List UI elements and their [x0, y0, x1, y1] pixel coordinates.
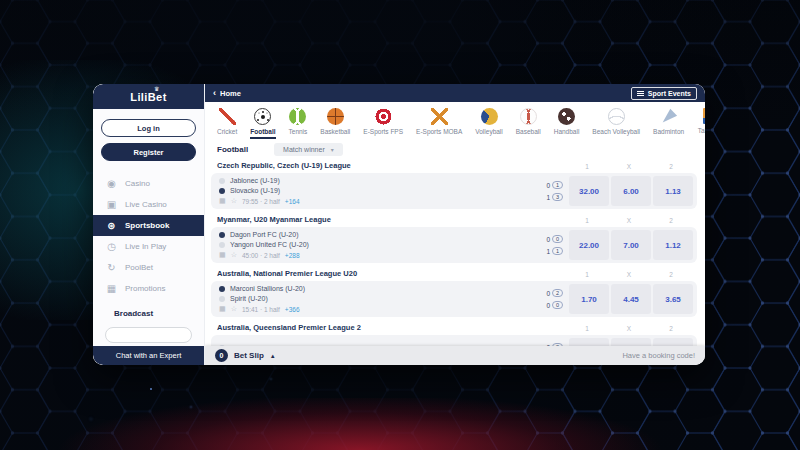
- sport-tab-baseball[interactable]: Baseball: [516, 108, 541, 137]
- sport-tab-table[interactable]: Table: [697, 108, 705, 136]
- match-time: 15:41 · 1 half: [242, 306, 280, 313]
- odds-button[interactable]: 7.00: [611, 230, 651, 260]
- team-away: Slovacko (U-19): [219, 186, 531, 196]
- teams-block: North BrisbaneBrisbane Knights: [219, 338, 531, 346]
- odds-button[interactable]: 1.12: [653, 230, 693, 260]
- team-name: Jablonec (U-19): [230, 177, 280, 184]
- favorite-star-icon[interactable]: ☆: [231, 305, 237, 313]
- odds-button[interactable]: 22.00: [569, 230, 609, 260]
- selected-sport-label: Football: [217, 145, 248, 154]
- odds-header-1: 1: [567, 217, 607, 224]
- score-value: 0: [546, 236, 550, 243]
- sport-tab-volleyball[interactable]: Volleyball: [475, 108, 502, 137]
- sport-tab-handball[interactable]: Handball: [554, 108, 580, 137]
- odds-button[interactable]: 3.65: [653, 284, 693, 314]
- chat-with-expert-button[interactable]: Chat with an Expert: [93, 346, 204, 365]
- match-time: 79:55 · 2 half: [242, 198, 280, 205]
- odds-button[interactable]: 1.70: [569, 284, 609, 314]
- sport-tab-tennis[interactable]: Tennis: [289, 108, 308, 137]
- sidebar-item-live-casino[interactable]: ▣Live Casino: [93, 194, 204, 215]
- odds-button[interactable]: 1.53: [569, 338, 609, 346]
- register-button[interactable]: Register: [101, 143, 196, 161]
- score-row: 00: [537, 300, 563, 310]
- betslip-bar: 0 Bet Slip ▲ Have a booking code!: [205, 346, 705, 365]
- odds-column-headers: 1X2: [567, 163, 691, 170]
- team-home: Marconi Stallions (U-20): [219, 284, 531, 294]
- odds-header-2: 2: [651, 217, 691, 224]
- sport-tab-label: Baseball: [516, 128, 541, 137]
- cards-icon: ▣: [106, 200, 117, 210]
- sport-tab-label: Football: [250, 128, 275, 139]
- odds-button[interactable]: 4.30: [611, 338, 651, 346]
- odds-button[interactable]: 1.13: [653, 176, 693, 206]
- match-meta: ▦☆79:55 · 2 half+164: [219, 196, 531, 206]
- sidebar-item-sportsbook[interactable]: ⊛Sportsbook: [93, 215, 204, 236]
- sport-tab-football[interactable]: Football: [250, 108, 275, 139]
- score-value: 1: [546, 194, 550, 201]
- team-logo-icon: [219, 232, 225, 238]
- sport-tab-cricket[interactable]: Cricket: [217, 108, 237, 137]
- tennis-icon: [289, 108, 306, 125]
- particle-dots: [150, 388, 152, 390]
- team-name: Yangon United FC (U-20): [230, 241, 309, 248]
- home-label: Home: [220, 89, 241, 98]
- broadcast-item-partial[interactable]: [105, 327, 192, 343]
- login-button[interactable]: Log in: [101, 119, 196, 137]
- sport-tab-badminton[interactable]: Badminton: [653, 108, 684, 137]
- score-value: 0: [546, 182, 550, 189]
- handball-icon: [558, 108, 575, 125]
- odds-button[interactable]: 4.90: [653, 338, 693, 346]
- betslip-toggle[interactable]: 0 Bet Slip ▲: [215, 349, 276, 362]
- sidebar-item-label: Live Casino: [125, 200, 167, 209]
- team-logo-icon: [219, 178, 225, 184]
- odds-button[interactable]: 32.00: [569, 176, 609, 206]
- stats-icon[interactable]: ▦: [219, 251, 226, 259]
- match-row: Jablonec (U-19)Slovacko (U-19)▦☆79:55 · …: [211, 173, 697, 209]
- sidebar-item-live-in-play[interactable]: ◷Live In Play: [93, 236, 204, 257]
- betslip-count-badge: 0: [215, 349, 228, 362]
- more-markets-link[interactable]: +164: [285, 198, 300, 205]
- sport-tab-basketball[interactable]: Basketball: [320, 108, 350, 137]
- sport-tab-beach[interactable]: Beach Volleyball: [592, 108, 640, 137]
- score-value: 0: [546, 302, 550, 309]
- match-list: Czech Republic, Czech (U-19) League1X2Ja…: [211, 155, 697, 346]
- table-icon: [703, 108, 705, 124]
- sport-events-label: Sport Events: [648, 90, 691, 97]
- league-name: Czech Republic, Czech (U-19) League: [217, 161, 351, 170]
- favorite-star-icon[interactable]: ☆: [231, 251, 237, 259]
- booking-code-link[interactable]: Have a booking code!: [622, 351, 695, 360]
- stats-icon[interactable]: ▦: [219, 197, 226, 205]
- odds-header-1: 1: [567, 325, 607, 332]
- lilibet-logo[interactable]: LiliBet ♛: [130, 91, 166, 103]
- team-name: Marconi Stallions (U-20): [230, 285, 305, 292]
- breadcrumb-home[interactable]: ‹ Home: [213, 89, 241, 98]
- sport-tab-fps[interactable]: E-Sports FPS: [363, 108, 403, 137]
- sport-tab-label: Tennis: [289, 128, 308, 137]
- match-row: Dagon Port FC (U-20)Yangon United FC (U-…: [211, 227, 697, 263]
- team-logo-icon: [219, 242, 225, 248]
- sidebar-item-casino[interactable]: ◉Casino: [93, 173, 204, 194]
- odds-button[interactable]: 4.45: [611, 284, 651, 314]
- stats-icon[interactable]: ▦: [219, 305, 226, 313]
- main-panel: ‹ Home Sport Events CricketFootballTenni…: [205, 84, 705, 365]
- team-logo-icon: [219, 286, 225, 292]
- logo-text: LiliBet: [130, 91, 166, 103]
- sport-tab-moba[interactable]: E-Sports MOBA: [416, 108, 462, 137]
- sidebar-menu: ◉Casino▣Live Casino⊛Sportsbook◷Live In P…: [93, 173, 204, 299]
- favorite-star-icon[interactable]: ☆: [231, 197, 237, 205]
- odds-block: 1.704.453.65: [569, 284, 693, 314]
- sport-tab-label: Basketball: [320, 128, 350, 137]
- gift-icon: ▦: [106, 284, 117, 294]
- app-window: LiliBet ♛ Log in Register ◉Casino▣Live C…: [93, 84, 705, 365]
- sidebar-item-promotions[interactable]: ▦Promotions: [93, 278, 204, 299]
- sport-events-button[interactable]: Sport Events: [631, 87, 697, 100]
- odds-header-2: 2: [651, 163, 691, 170]
- match-meta: ▦☆45:00 · 2 half+288: [219, 250, 531, 260]
- sidebar-item-poolbet[interactable]: ↻PoolBet: [93, 257, 204, 278]
- odds-button[interactable]: 6.00: [611, 176, 651, 206]
- more-markets-link[interactable]: +366: [285, 306, 300, 313]
- odds-header-1: 1: [567, 163, 607, 170]
- more-markets-link[interactable]: +288: [285, 252, 300, 259]
- back-chevron-icon: ‹: [213, 89, 216, 97]
- sidebar-item-label: Live In Play: [125, 242, 166, 251]
